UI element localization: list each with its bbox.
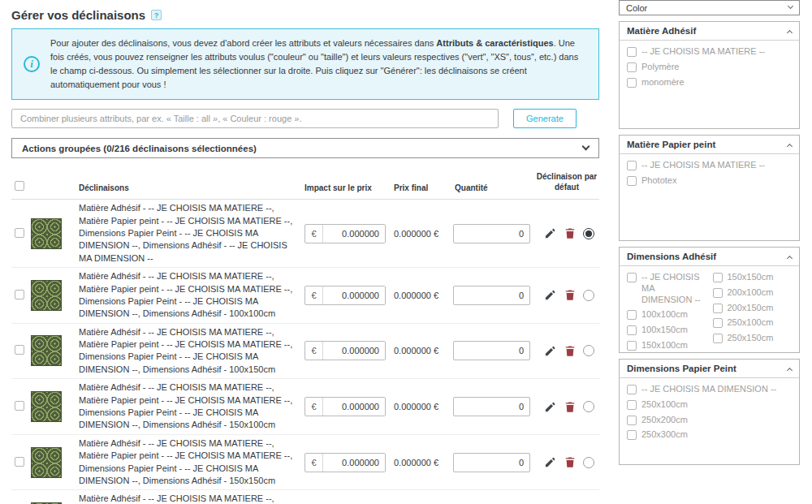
quantity-input[interactable]	[453, 397, 530, 416]
attribute-option-label: 100x100cm	[641, 309, 688, 321]
attribute-option[interactable]: 250x150cm	[713, 333, 793, 344]
attribute-option-label: -- JE CHOISIS MA DIMENSION --	[641, 384, 776, 395]
combinations-manager: Gérer vos déclinaisons ? i Pour ajouter …	[0, 0, 611, 504]
attribute-option[interactable]: 200x150cm	[713, 303, 793, 314]
attribute-option-label: 250x100cm	[641, 399, 688, 411]
attribute-checkbox[interactable]	[627, 385, 637, 394]
attribute-checkbox[interactable]	[627, 273, 637, 282]
edit-button[interactable]	[544, 289, 556, 301]
panel-header[interactable]: Dimensions Adhésif	[620, 248, 799, 266]
attribute-checkbox[interactable]	[627, 400, 637, 410]
price-impact-input[interactable]	[323, 398, 385, 416]
attribute-checkbox[interactable]	[713, 304, 723, 313]
attribute-checkbox[interactable]	[627, 416, 637, 425]
delete-button[interactable]	[564, 227, 576, 239]
attribute-option[interactable]: monomère	[627, 77, 792, 88]
attribute-checkbox[interactable]	[627, 325, 637, 335]
attribute-option[interactable]: 200x100cm	[713, 287, 793, 299]
combine-attributes-input[interactable]	[11, 109, 499, 128]
panel-title: Matière Papier peint	[627, 140, 715, 149]
edit-icon	[544, 456, 556, 468]
attribute-option[interactable]: 150x150cm	[713, 272, 793, 283]
price-impact-input[interactable]	[323, 225, 385, 243]
chevron-down-icon	[582, 143, 590, 151]
attribute-option-label: 200x100cm	[728, 287, 774, 299]
edit-button[interactable]	[544, 227, 556, 239]
panel-header[interactable]: Matière Adhésif	[620, 22, 799, 41]
quantity-input[interactable]	[453, 341, 530, 360]
quantity-column-header: Quantité	[453, 183, 534, 192]
attribute-checkbox[interactable]	[713, 318, 723, 328]
edit-button[interactable]	[544, 401, 556, 413]
delete-button[interactable]	[564, 345, 576, 357]
attribute-checkbox[interactable]	[627, 78, 637, 88]
row-checkbox[interactable]	[15, 290, 24, 299]
attribute-option[interactable]: Polymère	[627, 62, 792, 73]
price-impact-input[interactable]	[323, 342, 385, 360]
attribute-checkbox[interactable]	[713, 273, 723, 282]
quantity-input[interactable]	[453, 224, 530, 243]
attribute-panel-dimensions-adhesif: Dimensions Adhésif -- JE CHOISIS MA DIME…	[619, 247, 800, 353]
attribute-option-label: 250x200cm	[641, 415, 688, 426]
delete-button[interactable]	[564, 401, 576, 413]
color-filter-select[interactable]: Color	[619, 0, 800, 15]
attribute-option[interactable]: Phototex	[627, 175, 792, 187]
quantity-input[interactable]	[453, 453, 530, 472]
quantity-input[interactable]	[453, 286, 530, 305]
combination-name: Matière Adhésif - -- JE CHOISIS MA MATIE…	[79, 493, 304, 504]
edit-icon	[544, 289, 556, 301]
delete-button[interactable]	[564, 289, 576, 301]
color-filter-label: Color	[626, 3, 647, 13]
attribute-option[interactable]: -- JE CHOISIS MA DIMENSION --	[627, 384, 792, 395]
attribute-option-label: -- JE CHOISIS MA MATIERE --	[641, 46, 765, 58]
row-checkbox[interactable]	[15, 345, 24, 355]
alert-text-bold: Attributs & caractéristiques	[436, 38, 553, 48]
price-impact-input[interactable]	[323, 286, 385, 304]
chevron-down-icon	[788, 3, 793, 9]
row-checkbox[interactable]	[15, 401, 24, 411]
attribute-checkbox[interactable]	[627, 310, 637, 320]
currency-prefix: €	[305, 398, 323, 416]
row-checkbox[interactable]	[15, 457, 24, 467]
attribute-checkbox[interactable]	[627, 62, 637, 72]
attribute-option[interactable]: 250x300cm	[627, 429, 792, 441]
help-icon[interactable]: ?	[151, 10, 162, 20]
row-checkbox[interactable]	[15, 228, 24, 238]
attribute-checkbox[interactable]	[627, 430, 637, 440]
attribute-option[interactable]: -- JE CHOISIS MA DIMENSION --	[627, 272, 706, 305]
generate-button[interactable]: Generate	[513, 109, 577, 128]
edit-button[interactable]	[544, 345, 556, 357]
attribute-option[interactable]: 100x150cm	[627, 325, 706, 336]
attribute-option-label: 250x150cm	[728, 333, 774, 344]
attribute-checkbox[interactable]	[713, 288, 723, 298]
panel-header[interactable]: Matière Papier peint	[620, 136, 799, 154]
bulk-actions-bar[interactable]: Actions groupées (0/216 déclinaisons sél…	[11, 138, 599, 158]
attribute-checkbox[interactable]	[627, 161, 637, 170]
default-combination-radio[interactable]	[583, 228, 594, 239]
edit-icon	[544, 227, 556, 239]
attribute-option[interactable]: -- JE CHOISIS MA MATIERE --	[627, 46, 792, 58]
select-all-checkbox[interactable]	[15, 181, 24, 191]
attribute-option[interactable]: 250x200cm	[627, 415, 792, 426]
default-combination-radio[interactable]	[583, 290, 594, 301]
chevron-up-icon	[787, 143, 793, 149]
currency-prefix: €	[305, 225, 323, 243]
trash-icon	[564, 456, 576, 468]
attribute-checkbox[interactable]	[627, 47, 637, 57]
attribute-checkbox[interactable]	[627, 176, 637, 186]
attribute-option[interactable]: 250x100cm	[713, 317, 793, 329]
attribute-option[interactable]: 250x100cm	[627, 399, 792, 411]
attribute-checkbox[interactable]	[627, 341, 637, 351]
attribute-combiner: Generate	[11, 109, 599, 128]
price-impact-input[interactable]	[323, 454, 385, 472]
attribute-option[interactable]: -- JE CHOISIS MA MATIERE --	[627, 160, 792, 171]
attribute-checkbox[interactable]	[713, 334, 723, 343]
default-combination-radio[interactable]	[583, 401, 594, 412]
edit-button[interactable]	[544, 456, 556, 468]
default-combination-radio[interactable]	[583, 345, 594, 356]
delete-button[interactable]	[564, 456, 576, 468]
default-combination-radio[interactable]	[583, 457, 594, 468]
attribute-option[interactable]: 150x100cm	[627, 340, 706, 351]
attribute-option[interactable]: 100x100cm	[627, 309, 706, 321]
panel-header[interactable]: Dimensions Papier Peint	[620, 360, 799, 378]
